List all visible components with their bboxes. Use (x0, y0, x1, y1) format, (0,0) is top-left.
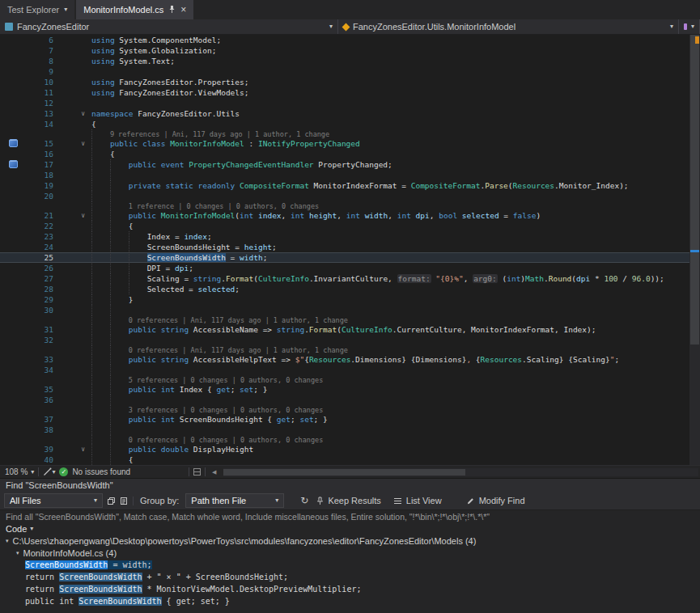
codelens-text[interactable]: 5 references | 0 changes | 0 authors, 0 … (91, 376, 323, 384)
code-line-8[interactable]: 8using System.Text; (0, 56, 700, 66)
code-line-19[interactable]: 19 private static readonly CompositeForm… (0, 180, 700, 191)
code-line-21[interactable]: 21∨ public MonitorInfoModel(int index, i… (0, 210, 700, 221)
modify-find-button[interactable]: Modify Find (462, 493, 529, 509)
code-line-29[interactable]: 29 } (0, 294, 700, 305)
codelens-text[interactable]: 9 references | Ani, 117 days ago | 1 aut… (91, 130, 329, 138)
codelens-text[interactable]: 1 reference | 0 changes | 0 authors, 0 c… (91, 202, 319, 210)
code-cleanup-icon[interactable]: ▾ (43, 467, 55, 476)
codelens-row[interactable]: 0 references | 0 changes | 0 authors, 0 … (0, 435, 700, 444)
indent-guide (129, 231, 129, 242)
fold-chevron-icon[interactable]: ∨ (53, 210, 89, 221)
code-line-10[interactable]: 10using FancyZonesEditor.Properties; (0, 77, 700, 87)
code-line-34[interactable]: 34 (0, 365, 700, 375)
code-line-22[interactable]: 22 { (0, 221, 700, 231)
codelens-row[interactable]: 9 references | Ani, 117 days ago | 1 aut… (0, 129, 700, 138)
keep-results-button[interactable]: Keep Results (312, 493, 384, 509)
codelens-row[interactable]: 1 reference | 0 changes | 0 authors, 0 c… (0, 201, 700, 210)
document-health-indicator[interactable]: ✓ No issues found (59, 467, 130, 476)
tab-monitorinfomodel[interactable]: MonitorInfoModel.cs × (76, 0, 193, 19)
code-line-15[interactable]: 15∨ public class MonitorInfoModel : INot… (0, 138, 700, 149)
scrollbar-thumb[interactable] (690, 35, 699, 345)
search-result-row[interactable]: ScreenBoundsWidth = width; (0, 559, 700, 571)
fold-chevron-icon[interactable]: ∨ (53, 108, 89, 119)
code-line-12[interactable]: 12 (0, 98, 700, 108)
folder-row[interactable]: ▾C:\Users\zhaopengwang\Desktop\powertoys… (0, 535, 700, 547)
code-line-31[interactable]: 31 public string AccessibleName => strin… (0, 324, 700, 335)
code-line-40[interactable]: 40 { (0, 454, 700, 465)
close-icon[interactable]: × (180, 5, 186, 15)
chevron-down-icon[interactable]: ▾ (64, 6, 67, 13)
code-line-13[interactable]: 13∨namespace FancyZonesEditor.Utils (0, 108, 700, 119)
code-line-20[interactable]: 20 (0, 191, 700, 201)
list-view-button[interactable]: List View (389, 493, 446, 509)
codelens-row[interactable]: 5 references | 0 changes | 0 authors, 0 … (0, 375, 700, 384)
chevron-down-icon[interactable]: ▾ (691, 23, 694, 30)
scrollbar-thumb[interactable] (223, 469, 466, 476)
code-line-33[interactable]: 33 public string AccessibleHelpText => $… (0, 354, 700, 365)
line-number: 25 (16, 252, 53, 263)
search-result-row[interactable]: return ScreenBoundsWidth + " × " + Scree… (0, 571, 700, 583)
code-line-32[interactable]: 32 (0, 335, 700, 345)
indent-guide (110, 444, 111, 454)
code-editor[interactable]: 6using System.ComponentModel;7using Syst… (0, 35, 700, 465)
code-line-23[interactable]: 23 Index = index; (0, 231, 700, 242)
expander-icon[interactable]: ▾ (6, 538, 9, 544)
vertical-scrollbar[interactable] (689, 35, 700, 465)
codelens-text[interactable]: 3 references | 0 changes | 0 authors, 0 … (91, 406, 323, 414)
code-line-28[interactable]: 28 Selected = selected; (0, 284, 700, 294)
code-line-14[interactable]: 14{ (0, 119, 700, 129)
code-line-24[interactable]: 24 ScreenBoundsHeight = height; (0, 242, 700, 252)
refresh-icon[interactable]: ↻ (300, 495, 308, 506)
code-line-38[interactable]: 38 (0, 425, 700, 435)
zoom-control[interactable]: 108 % ▾ (5, 467, 34, 476)
pin-icon[interactable] (168, 5, 176, 15)
code-line-36[interactable]: 36 (0, 395, 700, 405)
code-line-30[interactable]: 30 (0, 305, 700, 315)
code-filter-button[interactable]: Code ▾ (0, 522, 700, 535)
file-row[interactable]: ▾MonitorInfoModel.cs (4) (0, 547, 700, 559)
chevron-down-icon[interactable]: ▾ (329, 23, 333, 30)
code-line-27[interactable]: 27 Scaling = string.Format(CultureInfo.I… (0, 273, 700, 284)
code-line-7[interactable]: 7using System.Globalization; (0, 45, 700, 56)
search-result-row[interactable]: public int ScreenBoundsWidth { get; set;… (0, 595, 700, 607)
code-line-11[interactable]: 11using FancyZonesEditor.ViewModels; (0, 87, 700, 98)
code-line-26[interactable]: 26 DPI = dpi; (0, 263, 700, 273)
highlighted-term: ScreenBoundsWidth (59, 585, 142, 594)
code-line-37[interactable]: 37 public int ScreenBoundsHeight { get; … (0, 414, 700, 425)
codelens-row[interactable]: 3 references | 0 changes | 0 authors, 0 … (0, 405, 700, 414)
codelens-text[interactable]: 0 references | 0 changes | 0 authors, 0 … (91, 436, 323, 444)
member-dropdown[interactable]: ▾ (679, 19, 700, 34)
code-line-17[interactable]: 17 public event PropertyChangedEventHand… (0, 159, 700, 170)
codelens-text[interactable]: 0 references | Ani, 117 days ago | 1 aut… (91, 346, 348, 354)
indent-guide (91, 354, 92, 365)
split-window-icon[interactable] (193, 468, 201, 476)
fold-chevron-icon[interactable]: ∨ (53, 138, 89, 149)
horizontal-scrollbar[interactable] (223, 468, 699, 476)
codelens-row[interactable]: 0 references | Ani, 117 days ago | 1 aut… (0, 345, 700, 354)
scroll-left-icon[interactable]: ◀ (210, 469, 218, 476)
tab-test-explorer[interactable]: Test Explorer ▾ (0, 0, 76, 19)
line-number: 36 (16, 395, 53, 405)
code-line-9[interactable]: 9 (0, 66, 700, 77)
code-line-35[interactable]: 35 public int Index { get; set; } (0, 384, 700, 395)
indent-guide (110, 191, 111, 201)
scope-dropdown[interactable]: All Files ▾ (4, 493, 103, 508)
type-dropdown[interactable]: FancyZonesEditor.Utils.MonitorInfoModel … (338, 19, 679, 34)
chevron-down-icon[interactable]: ▾ (670, 23, 673, 30)
fold-chevron-icon[interactable]: ∨ (53, 444, 89, 454)
code-line-18[interactable]: 18 (0, 170, 700, 180)
search-result-row[interactable]: return ScreenBoundsWidth * MonitorViewMo… (0, 583, 700, 595)
list-view-label: List View (406, 496, 442, 505)
project-dropdown[interactable]: FancyZonesEditor ▾ (0, 19, 338, 34)
codelens-row[interactable]: 0 references | Ani, 117 days ago | 1 aut… (0, 315, 700, 324)
code-line-16[interactable]: 16 { (0, 149, 700, 159)
codelens-text[interactable]: 0 references | Ani, 117 days ago | 1 aut… (91, 316, 348, 324)
indent-guide (91, 324, 92, 335)
group-by-dropdown[interactable]: Path then File ▾ (185, 493, 284, 508)
code-line-25[interactable]: 25 ScreenBoundsWidth = width; (0, 252, 700, 263)
expander-icon[interactable]: ▾ (16, 550, 19, 556)
open-results-icon[interactable] (120, 497, 129, 505)
code-line-39[interactable]: 39∨ public double DisplayHeight (0, 444, 700, 454)
code-line-6[interactable]: 6using System.ComponentModel; (0, 35, 700, 45)
copy-results-icon[interactable] (107, 497, 116, 505)
